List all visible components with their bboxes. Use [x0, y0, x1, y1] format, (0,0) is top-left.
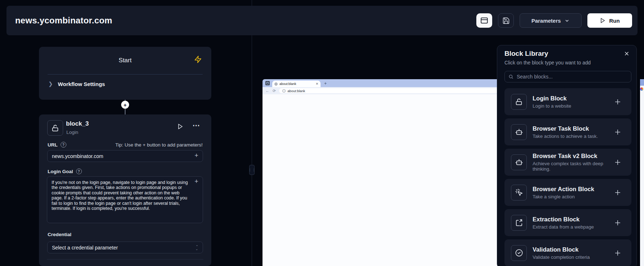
library-item[interactable]: Browser Action Block Take a single actio…: [504, 179, 631, 206]
url-label-row: URL ? Tip: Use the + button to add param…: [48, 142, 203, 148]
workflow-settings-toggle[interactable]: ❯ Workflow Settings: [48, 81, 105, 87]
add-icon[interactable]: [613, 188, 622, 197]
pointer-click-icon: [511, 185, 527, 200]
library-item[interactable]: Browser Task v2 Block Achieve complex ta…: [504, 149, 631, 176]
library-item-title: Browser Task v2 Block: [533, 153, 608, 159]
tab-search-icon[interactable]: [265, 81, 270, 85]
library-item-title: Validation Block: [533, 246, 590, 253]
add-icon[interactable]: [613, 158, 622, 167]
credential-label-row: Credential: [48, 232, 203, 237]
block-name: block_3: [66, 120, 89, 127]
library-item-description: Extract data from a webpage: [533, 224, 594, 230]
add-icon[interactable]: [613, 218, 622, 227]
library-item-description: Validate completion criteria: [533, 254, 590, 260]
block-search-input[interactable]: [517, 74, 627, 80]
lock-open-icon: [51, 124, 59, 132]
run-block-button[interactable]: [177, 123, 183, 130]
parameters-button[interactable]: Parameters: [520, 13, 582, 28]
credential-select[interactable]: Select a credential parameter ⌃⌃: [47, 242, 203, 253]
chevrons-up-down-icon: ⌃⌃: [195, 245, 198, 250]
save-button[interactable]: [498, 13, 514, 28]
edge-browser-sliver: [640, 79, 644, 266]
library-item-title: Extraction Block: [533, 216, 594, 223]
workflow-settings-label: Workflow Settings: [58, 81, 105, 87]
block-library-subtitle: Click on the block type you want to add: [504, 60, 631, 66]
block-search[interactable]: [504, 71, 631, 82]
url-tip: Tip: Use the + button to add parameters!: [115, 142, 203, 148]
header-actions: Parameters Run: [476, 13, 632, 28]
pane-resize-handle[interactable]: ⋮⋮: [249, 165, 255, 175]
start-node[interactable]: Start ❯ Workflow Settings: [39, 47, 211, 100]
chevron-right-icon: ❯: [48, 81, 53, 87]
library-item[interactable]: Extraction Block Extract data from a web…: [504, 209, 631, 236]
edge-sliver-favicon: [640, 87, 643, 91]
edge-sliver-tabstrip: [640, 79, 644, 86]
block-section-divider: [47, 259, 203, 260]
tab-title: about:blank: [279, 82, 314, 86]
login-goal-label: Login Goal: [48, 169, 73, 174]
url-label: URL: [48, 142, 58, 148]
block-type-icon-box: [47, 120, 63, 136]
workflow-header: news.ycombinator.com Parameters Run: [6, 6, 638, 35]
library-item-title: Browser Task Block: [533, 125, 598, 132]
check-circle-icon: [511, 245, 527, 261]
zap-icon: [194, 55, 202, 63]
app-window-icon: [480, 17, 488, 24]
start-node-title: Start: [39, 57, 211, 64]
lock-open-icon: [511, 94, 527, 110]
library-item-title: Browser Action Block: [533, 186, 594, 193]
more-options-icon[interactable]: ⋯: [193, 121, 200, 130]
back-icon[interactable]: ←: [265, 89, 269, 93]
parameters-label: Parameters: [531, 18, 561, 24]
url-input[interactable]: [47, 150, 203, 162]
start-node-divider: [48, 74, 203, 75]
address-bar[interactable]: i about:blank: [279, 88, 498, 93]
search-icon: [508, 74, 513, 79]
add-block-button[interactable]: +: [121, 101, 129, 109]
pane-divider: [252, 0, 252, 266]
url-add-parameter-icon[interactable]: +: [194, 152, 198, 159]
workflow-title: news.ycombinator.com: [15, 15, 112, 26]
browser-tab[interactable]: about:blank ✕: [272, 81, 321, 87]
library-item[interactable]: Login Block Login to a website: [504, 88, 631, 115]
reload-icon[interactable]: ⟳: [273, 89, 276, 93]
close-icon[interactable]: [623, 50, 630, 57]
new-tab-icon[interactable]: +: [324, 81, 327, 86]
library-item-description: Take actions to achieve a task.: [533, 134, 598, 139]
block-library-panel: Block Library Click on the block type yo…: [497, 45, 637, 266]
credential-select-value: Select a credential parameter: [52, 245, 118, 251]
run-button[interactable]: Run: [587, 13, 632, 28]
library-item-description: Achieve complex tasks with deep thinking…: [533, 161, 608, 172]
login-goal-textarea[interactable]: If you're not on the login page, navigat…: [47, 176, 203, 223]
globe-icon: [274, 82, 278, 86]
save-icon: [502, 17, 510, 24]
bot-icon: [511, 154, 527, 170]
bot-icon: [511, 124, 527, 140]
page-info-icon[interactable]: i: [282, 89, 286, 93]
tab-close-icon[interactable]: ✕: [316, 82, 318, 86]
blank-page: [263, 94, 501, 266]
url-help-icon[interactable]: ?: [61, 142, 66, 148]
browser-toolbar: ← ⟳ i about:blank: [263, 87, 501, 94]
browser-tabstrip: about:blank ✕ +: [263, 79, 501, 87]
library-item-description: Take a single action: [533, 194, 594, 199]
library-item-description: Login to a website: [533, 103, 571, 109]
block-library-title: Block Library: [504, 50, 631, 58]
block-type-label: Login: [66, 130, 78, 135]
goal-help-icon[interactable]: ?: [76, 168, 82, 174]
library-item[interactable]: Browser Task Block Take actions to achie…: [504, 118, 631, 145]
chevron-down-icon: [564, 18, 570, 23]
library-item[interactable]: Validation Block Validate completion cri…: [504, 239, 631, 266]
play-icon: [600, 18, 605, 23]
block-library-list: Login Block Login to a website Browser T…: [504, 88, 631, 266]
add-icon[interactable]: [613, 128, 622, 136]
goal-add-parameter-icon[interactable]: +: [194, 178, 198, 185]
add-icon[interactable]: [613, 249, 622, 257]
app-window: ⋮⋮ about:blank ✕ + ← ⟳ i about:blank: [0, 0, 644, 266]
add-icon[interactable]: [613, 98, 622, 106]
credential-label: Credential: [48, 232, 71, 237]
login-block-node[interactable]: block_3 Login ⋯ URL ? Tip: Use the + but…: [39, 114, 211, 266]
extract-icon: [511, 215, 527, 231]
browser-panel-button[interactable]: [476, 13, 492, 28]
browser-preview: about:blank ✕ + ← ⟳ i about:blank: [263, 79, 501, 266]
